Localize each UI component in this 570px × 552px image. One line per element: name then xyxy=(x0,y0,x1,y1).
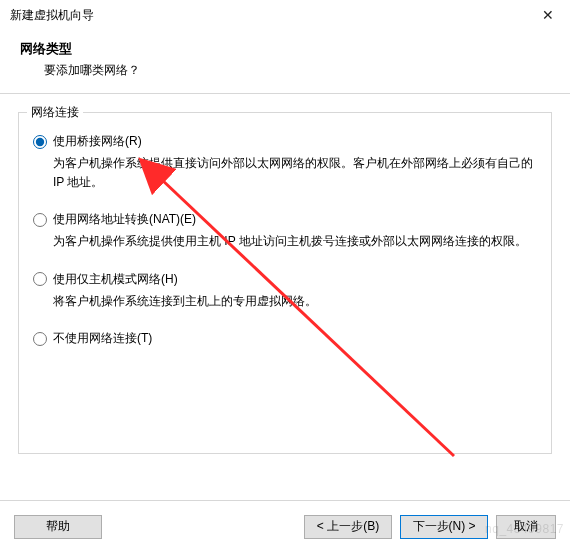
next-button[interactable]: 下一步(N) > xyxy=(400,515,488,539)
window-title: 新建虚拟机向导 xyxy=(10,7,94,24)
option-nat-row[interactable]: 使用网络地址转换(NAT)(E) xyxy=(33,211,537,228)
network-connection-fieldset: 网络连接 使用桥接网络(R) 为客户机操作系统提供直接访问外部以太网网络的权限。… xyxy=(18,112,552,454)
page-title: 网络类型 xyxy=(20,40,550,58)
option-nat-desc: 为客户机操作系统提供使用主机 IP 地址访问主机拨号连接或外部以太网网络连接的权… xyxy=(53,232,537,251)
radio-hostonly[interactable] xyxy=(33,272,47,286)
option-hostonly-row[interactable]: 使用仅主机模式网络(H) xyxy=(33,271,537,288)
radio-bridged[interactable] xyxy=(33,135,47,149)
page-subtitle: 要添加哪类网络？ xyxy=(20,62,550,79)
option-hostonly: 使用仅主机模式网络(H) 将客户机操作系统连接到主机上的专用虚拟网络。 xyxy=(33,271,537,311)
option-nat-label: 使用网络地址转换(NAT)(E) xyxy=(53,211,196,228)
fieldset-legend: 网络连接 xyxy=(27,104,83,121)
back-button[interactable]: < 上一步(B) xyxy=(304,515,392,539)
help-button[interactable]: 帮助 xyxy=(14,515,102,539)
option-hostonly-desc: 将客户机操作系统连接到主机上的专用虚拟网络。 xyxy=(53,292,537,311)
radio-none[interactable] xyxy=(33,332,47,346)
radio-nat[interactable] xyxy=(33,213,47,227)
option-none: 不使用网络连接(T) xyxy=(33,330,537,347)
cancel-button[interactable]: 取消 xyxy=(496,515,556,539)
wizard-body: 网络连接 使用桥接网络(R) 为客户机操作系统提供直接访问外部以太网网络的权限。… xyxy=(0,94,570,454)
wizard-header: 网络类型 要添加哪类网络？ xyxy=(0,30,570,94)
option-nat: 使用网络地址转换(NAT)(E) 为客户机操作系统提供使用主机 IP 地址访问主… xyxy=(33,211,537,251)
option-bridged-desc: 为客户机操作系统提供直接访问外部以太网网络的权限。客户机在外部网络上必须有自己的… xyxy=(53,154,537,191)
option-bridged-label: 使用桥接网络(R) xyxy=(53,133,142,150)
option-hostonly-label: 使用仅主机模式网络(H) xyxy=(53,271,178,288)
wizard-footer: 帮助 < 上一步(B) 下一步(N) > 取消 xyxy=(0,500,570,552)
option-none-label: 不使用网络连接(T) xyxy=(53,330,152,347)
close-button[interactable]: ✕ xyxy=(526,0,570,30)
option-bridged-row[interactable]: 使用桥接网络(R) xyxy=(33,133,537,150)
close-icon: ✕ xyxy=(542,7,554,23)
option-none-row[interactable]: 不使用网络连接(T) xyxy=(33,330,537,347)
titlebar: 新建虚拟机向导 ✕ xyxy=(0,0,570,30)
option-bridged: 使用桥接网络(R) 为客户机操作系统提供直接访问外部以太网网络的权限。客户机在外… xyxy=(33,133,537,191)
